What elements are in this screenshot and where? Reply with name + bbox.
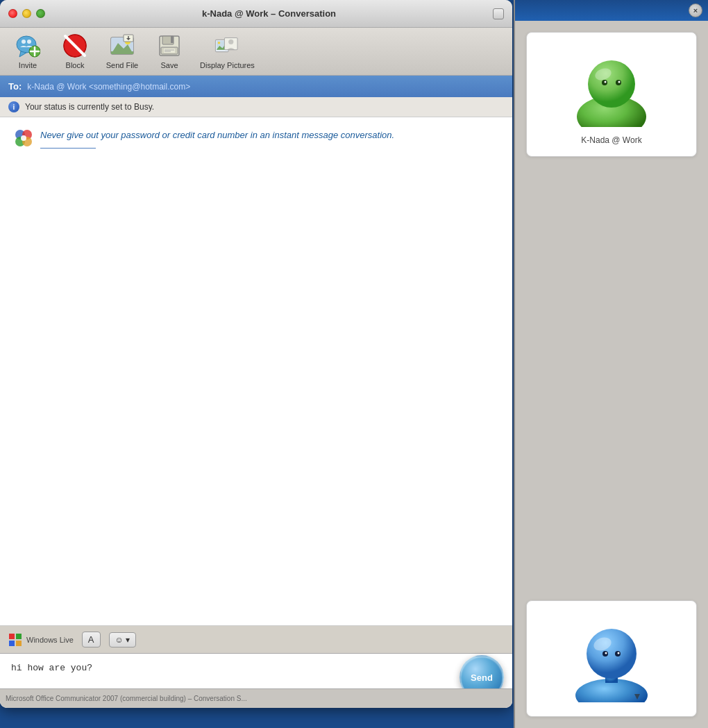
conversation-window: k-Nada @ Work – Conversation [0, 0, 512, 708]
taskbar-strip: Microsoft Office Communicator 2007 (comm… [0, 688, 512, 708]
window-controls [8, 9, 45, 18]
windows-live-label: Windows Live [26, 636, 74, 644]
save-label: Save [160, 61, 178, 69]
chat-divider [40, 148, 96, 149]
toolbar: Invite Block [0, 28, 512, 76]
svg-point-35 [21, 135, 26, 141]
right-panel-topbar: × [515, 0, 708, 21]
svg-point-58 [618, 652, 620, 654]
display-pictures-icon [214, 33, 239, 58]
svg-rect-37 [16, 634, 22, 639]
right-panel: × [514, 0, 708, 728]
msn-icon [14, 128, 33, 148]
chat-notice: Never give out your password or credit c… [14, 128, 498, 149]
panel-spacer [515, 168, 708, 595]
svg-point-6 [27, 40, 31, 44]
block-button[interactable]: Block [58, 33, 92, 69]
svg-point-30 [229, 40, 234, 44]
to-value: k-Nada @ Work <something@hotmail.com> [27, 82, 504, 92]
svg-point-53 [587, 629, 637, 679]
display-pictures-button[interactable]: Display Pictures [200, 33, 255, 69]
chat-notice-content: Never give out your password or credit c… [40, 128, 394, 149]
title-bar: k-Nada @ Work – Conversation [0, 0, 512, 28]
bottom-toolbar: Windows Live A ☺ ▾ [0, 626, 512, 654]
font-format-button[interactable]: A [82, 632, 101, 647]
display-pictures-label: Display Pictures [200, 61, 255, 69]
block-icon [62, 33, 87, 58]
svg-point-49 [605, 81, 607, 83]
info-icon: i [8, 101, 19, 112]
send-file-icon [110, 33, 135, 58]
svg-point-50 [618, 81, 621, 83]
contact-name: K-Nada @ Work [581, 135, 641, 145]
svg-point-27 [218, 42, 221, 44]
svg-rect-20 [171, 36, 174, 43]
status-bar: i Your status is currently set to Busy. [0, 97, 512, 117]
window-title: k-Nada @ Work – Conversation [45, 8, 493, 19]
status-text: Your status is currently set to Busy. [25, 102, 154, 112]
maximize-button[interactable] [36, 9, 45, 18]
svg-point-45 [588, 60, 635, 108]
block-label: Block [66, 61, 85, 69]
close-button[interactable] [8, 9, 17, 18]
contact-card-green: K-Nada @ Work [526, 32, 697, 157]
svg-marker-1 [19, 51, 26, 57]
emoji-button[interactable]: ☺ ▾ [109, 632, 137, 647]
save-button[interactable]: Save [153, 33, 186, 69]
svg-rect-38 [9, 641, 15, 646]
svg-point-5 [22, 40, 26, 44]
windows-live-logo: Windows Live [8, 633, 74, 647]
svg-rect-36 [9, 634, 15, 639]
taskbar-text: Microsoft Office Communicator 2007 (comm… [6, 695, 247, 702]
to-field: To: k-Nada @ Work <something@hotmail.com… [0, 76, 512, 97]
minimize-button[interactable] [22, 9, 31, 18]
invite-label: Invite [19, 61, 37, 69]
save-icon [157, 33, 182, 58]
svg-rect-39 [16, 641, 22, 646]
windows-flag-icon [8, 633, 22, 647]
svg-rect-22 [164, 49, 175, 53]
chat-area: Never give out your password or credit c… [0, 117, 512, 626]
send-file-button[interactable]: Send File [106, 33, 139, 69]
svg-point-57 [605, 652, 607, 654]
invite-button[interactable]: Invite [11, 33, 44, 69]
to-label: To: [8, 81, 22, 92]
chat-notice-text: Never give out your password or credit c… [40, 130, 394, 140]
send-file-label: Send File [106, 61, 138, 69]
invite-icon [15, 33, 40, 58]
contact-card-blue [526, 600, 697, 717]
svg-rect-14 [111, 51, 133, 54]
zoom-control[interactable] [493, 8, 504, 19]
right-panel-close-button[interactable]: × [689, 3, 702, 17]
green-avatar [570, 44, 653, 130]
blue-avatar [573, 612, 650, 705]
